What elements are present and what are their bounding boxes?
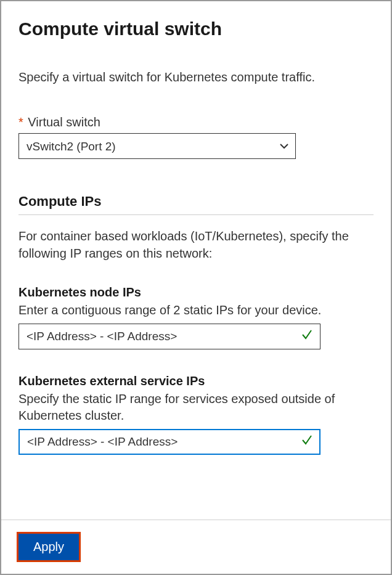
node-ips-description: Enter a contiguous range of 2 static IPs… [18, 302, 374, 319]
node-ips-input[interactable] [18, 324, 321, 349]
checkmark-icon [301, 328, 313, 345]
virtual-switch-label: * Virtual switch [18, 115, 374, 129]
page-description: Specify a virtual switch for Kubernetes … [18, 69, 374, 86]
main-content: Compute virtual switch Specify a virtual… [1, 1, 391, 520]
footer: Apply [1, 520, 391, 574]
apply-button[interactable]: Apply [18, 534, 79, 560]
compute-ips-section-description: For container based workloads (IoT/Kuber… [18, 227, 374, 262]
checkmark-icon [301, 434, 313, 450]
required-asterisk: * [18, 115, 23, 129]
virtual-switch-select[interactable]: vSwitch2 (Port 2) [18, 133, 296, 159]
node-ips-title: Kubernetes node IPs [18, 285, 374, 300]
page-title: Compute virtual switch [18, 18, 374, 39]
service-ips-description: Specify the static IP range for services… [18, 391, 374, 424]
service-ips-field: Kubernetes external service IPs Specify … [18, 374, 374, 455]
node-ips-input-wrapper [18, 324, 321, 349]
service-ips-input-wrapper [18, 429, 321, 455]
node-ips-field: Kubernetes node IPs Enter a contiguous r… [18, 285, 374, 349]
compute-ips-section-title: Compute IPs [18, 194, 374, 215]
virtual-switch-select-wrapper: vSwitch2 (Port 2) [18, 133, 296, 159]
service-ips-title: Kubernetes external service IPs [18, 374, 374, 388]
service-ips-input[interactable] [18, 429, 321, 455]
virtual-switch-label-text: Virtual switch [28, 115, 100, 129]
